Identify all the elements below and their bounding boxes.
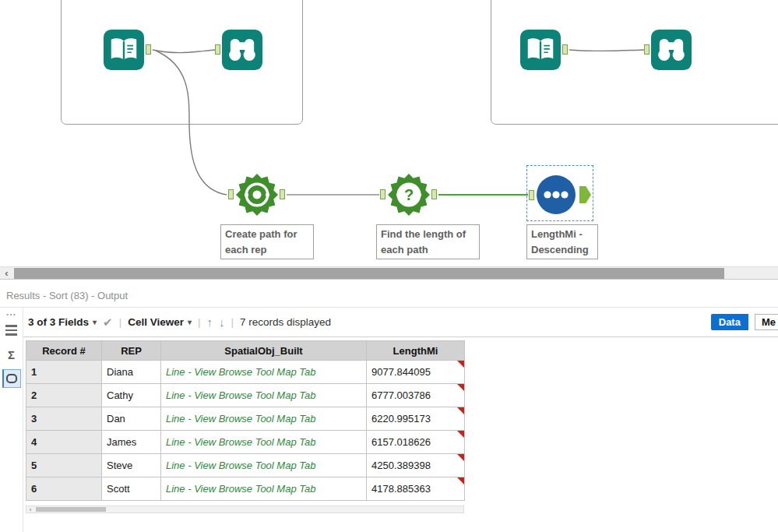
length-cell[interactable]: 6777.003786 [367, 384, 465, 407]
record-number-cell[interactable]: 6 [26, 477, 102, 501]
scroll-left-arrow-icon[interactable]: ‹ [0, 267, 13, 279]
svg-text:?: ? [404, 186, 414, 203]
spatial-link-cell[interactable]: Line - View Browse Tool Map Tab [161, 407, 367, 431]
input-anchor[interactable] [644, 44, 650, 55]
col-header-record[interactable]: Record # [26, 341, 102, 361]
lasso-icon [6, 374, 17, 383]
table-row: 6 Scott Line - View Browse Tool Map Tab … [26, 477, 465, 501]
length-cell[interactable]: 6157.018626 [367, 431, 465, 454]
toolbar-divider: | [231, 316, 234, 328]
results-panel: Results - Sort (83) - Output ... Σ 3 of … [0, 280, 778, 532]
grid-view-icon[interactable] [2, 321, 21, 340]
records-displayed-text: 7 records displayed [240, 316, 331, 328]
tool-annotation[interactable]: Find the length of each path [376, 224, 480, 259]
length-cell[interactable]: 9077.844095 [367, 361, 465, 384]
grid-scrollbar-thumb[interactable] [36, 507, 106, 512]
length-cell[interactable]: 4250.389398 [367, 454, 465, 477]
tool-annotation[interactable]: LengthMi - Descending [526, 224, 598, 259]
poly-build-tool[interactable] [236, 174, 278, 216]
book-icon [520, 30, 561, 70]
results-grid: Record # REP SpatialObj_Built LengthMi 1… [26, 340, 465, 501]
table-row: 2 Cathy Line - View Browse Tool Map Tab … [26, 384, 465, 407]
map-view-icon[interactable] [2, 369, 21, 388]
record-number-cell[interactable]: 2 [26, 384, 102, 407]
table-row: 3 Dan Line - View Browse Tool Map Tab 62… [26, 407, 465, 431]
browse-tool[interactable] [651, 30, 692, 70]
tab-metadata[interactable]: Me [755, 314, 778, 330]
header-row: Record # REP SpatialObj_Built LengthMi [26, 341, 465, 361]
input-anchor[interactable] [228, 189, 234, 199]
spatial-link-cell[interactable]: Line - View Browse Tool Map Tab [161, 361, 367, 384]
table-row: 5 Steve Line - View Browse Tool Map Tab … [26, 454, 465, 477]
col-header-lengthmi[interactable]: LengthMi [367, 341, 465, 361]
record-number-cell[interactable]: 4 [26, 431, 102, 454]
summary-view-icon[interactable]: Σ [2, 345, 21, 364]
cell-viewer-dropdown[interactable]: Cell Viewer ▾ [128, 316, 192, 328]
rows-icon [5, 325, 17, 336]
spatial-link-cell[interactable]: Line - View Browse Tool Map Tab [161, 384, 367, 407]
rep-cell[interactable]: Steve [102, 454, 161, 477]
record-number-cell[interactable]: 5 [26, 454, 102, 477]
spatial-link-cell[interactable]: Line - View Browse Tool Map Tab [161, 431, 367, 454]
length-value: 6157.018626 [371, 436, 431, 448]
output-anchor[interactable] [280, 189, 285, 199]
panel-options-icon[interactable]: ... [6, 309, 16, 315]
cell-flag-icon [457, 454, 464, 461]
cell-viewer-label: Cell Viewer [128, 316, 184, 328]
apply-check-icon[interactable]: ✔ [103, 315, 113, 329]
results-horizontal-scrollbar[interactable]: ‹ [26, 506, 464, 513]
cell-flag-icon [457, 407, 464, 414]
question-badge-icon: ? [388, 174, 430, 216]
length-cell[interactable]: 6220.995173 [367, 407, 465, 431]
book-icon [104, 30, 144, 70]
length-value: 6220.995173 [371, 413, 431, 425]
col-header-rep[interactable]: REP [102, 341, 161, 361]
input-data-tool[interactable] [520, 30, 561, 70]
record-number-cell[interactable]: 1 [26, 361, 102, 384]
input-anchor[interactable] [380, 189, 385, 199]
binoculars-icon [651, 30, 692, 70]
rep-cell[interactable]: Diana [102, 361, 161, 384]
fields-dropdown[interactable]: 3 of 3 Fields ▾ [28, 316, 97, 328]
browse-tool[interactable] [222, 30, 262, 70]
tool-container-left[interactable] [61, 0, 303, 125]
cell-flag-icon [457, 477, 464, 484]
rep-cell[interactable]: James [102, 431, 161, 454]
workflow-canvas[interactable]: ? Create path for each rep Find the leng… [0, 0, 778, 266]
spatial-link-cell[interactable]: Line - View Browse Tool Map Tab [161, 477, 367, 501]
chevron-down-icon: ▾ [93, 318, 97, 326]
tool-annotation[interactable]: Create path for each rep [220, 224, 314, 259]
tab-data[interactable]: Data [711, 314, 748, 330]
length-cell[interactable]: 4178.885363 [367, 477, 465, 501]
length-value: 4250.389398 [371, 460, 431, 471]
results-toolbar: 3 of 3 Fields ▾ ✔ | Cell Viewer ▾ | ↑ ↓ … [23, 308, 778, 337]
rep-cell[interactable]: Dan [102, 407, 161, 431]
col-header-spatialobj[interactable]: SpatialObj_Built [161, 341, 367, 361]
path-builder-icon [236, 174, 278, 216]
results-side-toolbar: ... Σ [0, 308, 23, 532]
input-data-tool[interactable] [104, 30, 144, 70]
cell-flag-icon [457, 384, 464, 391]
next-record-icon[interactable]: ↓ [219, 315, 225, 329]
output-anchor[interactable] [146, 44, 151, 55]
sort-tool[interactable] [536, 174, 576, 215]
canvas-horizontal-scrollbar[interactable]: ‹ [0, 266, 778, 280]
input-anchor[interactable] [215, 44, 220, 55]
input-anchor[interactable] [529, 190, 534, 200]
rep-cell[interactable]: Scott [102, 477, 161, 501]
spatial-info-tool[interactable]: ? [388, 174, 430, 216]
toolbar-divider: | [119, 316, 122, 328]
rep-cell[interactable]: Cathy [102, 384, 161, 407]
chevron-down-icon: ▾ [188, 318, 192, 326]
length-value: 4178.885363 [371, 483, 431, 495]
output-anchor[interactable] [562, 44, 568, 55]
output-anchor[interactable] [431, 189, 437, 199]
results-title: Results - Sort (83) - Output [0, 280, 778, 308]
cell-flag-icon [457, 431, 464, 438]
previous-record-icon[interactable]: ↑ [207, 315, 213, 329]
record-number-cell[interactable]: 3 [26, 407, 102, 431]
scrollbar-thumb[interactable] [14, 268, 724, 279]
grid-scroll-left-arrow-icon[interactable]: ‹ [26, 506, 34, 513]
spatial-link-cell[interactable]: Line - View Browse Tool Map Tab [161, 454, 367, 477]
fields-dropdown-label: 3 of 3 Fields [28, 316, 89, 328]
